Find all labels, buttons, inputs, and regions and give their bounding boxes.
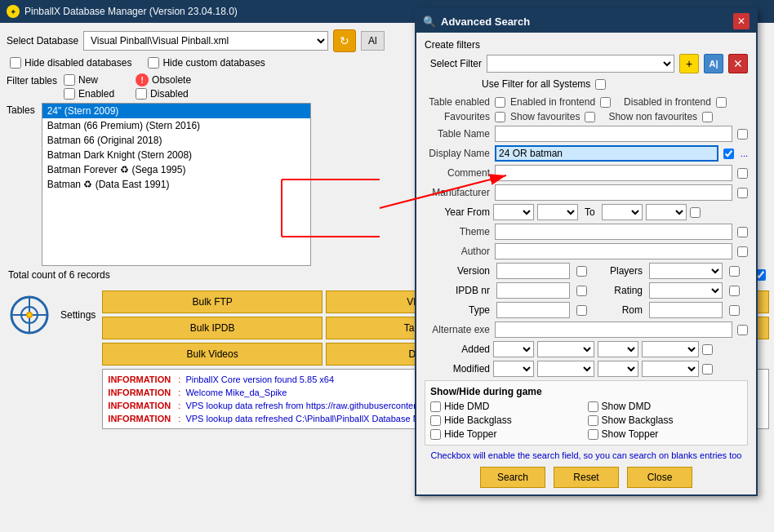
alt-exe-checkbox[interactable]: [737, 325, 748, 335]
modified-combo3[interactable]: [598, 361, 638, 377]
added-combo2[interactable]: [537, 341, 594, 357]
type-checkbox[interactable]: [576, 305, 587, 316]
info-text-4: VPS lookup data refreshed C:\Pinball\Pin…: [185, 412, 452, 425]
players-checkbox[interactable]: [729, 266, 740, 277]
year-row: Year From To: [425, 204, 748, 220]
select-filter-combo[interactable]: [487, 55, 674, 73]
filter-obsolete-label: Obsolete: [152, 74, 191, 86]
table-item[interactable]: Batman Forever ♻ (Sega 1995): [42, 162, 310, 177]
ipdb-input[interactable]: [496, 282, 570, 299]
db-select[interactable]: Visual Pinball\Visual Pinball.xml: [83, 31, 328, 51]
alt-exe-input[interactable]: [495, 321, 732, 338]
bulk-ipdb-button[interactable]: Bulk IPDB: [102, 317, 322, 339]
show-favourites-checkbox[interactable]: [585, 112, 595, 122]
type-input[interactable]: [496, 302, 570, 318]
modified-combo2[interactable]: [537, 361, 594, 377]
hint-text: Checkbox will enable the search field, s…: [425, 450, 748, 460]
modified-combo1[interactable]: [493, 361, 534, 377]
year-to-label: To: [581, 206, 598, 218]
show-topper-item: Show Topper: [588, 428, 743, 440]
favourites-checkbox[interactable]: [495, 112, 505, 122]
bulk-ftp-button[interactable]: Bulk FTP: [102, 290, 322, 313]
enabled-frontend-checkbox[interactable]: [600, 97, 611, 108]
rating-label: Rating: [602, 285, 643, 296]
info-type-3: INFORMATION: [108, 399, 173, 412]
show-dmd-checkbox[interactable]: [588, 401, 598, 412]
bulk-videos-button[interactable]: Bulk Videos: [102, 343, 322, 366]
use-filter-checkbox[interactable]: [595, 79, 606, 90]
modified-label: Modified: [425, 363, 490, 375]
refresh-button[interactable]: ↻: [333, 29, 356, 52]
added-combo1[interactable]: [493, 341, 534, 357]
year-from-combo1[interactable]: [493, 204, 534, 220]
rating-checkbox[interactable]: [729, 286, 740, 296]
filter-new-checkbox[interactable]: [64, 74, 75, 86]
search-icon: 🔍: [423, 16, 436, 28]
added-combo4[interactable]: [642, 341, 699, 357]
author-row: Author: [425, 243, 748, 259]
ipdb-checkbox[interactable]: [576, 286, 587, 296]
disabled-frontend-checkbox[interactable]: [716, 97, 727, 108]
rom-input[interactable]: [649, 302, 723, 318]
hide-disabled-checkbox[interactable]: [10, 57, 21, 69]
comment-checkbox[interactable]: [737, 168, 748, 179]
hide-backglass-checkbox[interactable]: [430, 415, 441, 426]
theme-input[interactable]: [495, 224, 732, 240]
author-input[interactable]: [495, 243, 732, 259]
year-from-combo2[interactable]: [537, 204, 578, 220]
version-checkbox[interactable]: [576, 266, 587, 277]
table-item[interactable]: Batman (66 Premium) (Stern 2016): [42, 118, 310, 133]
manufacturer-input[interactable]: [495, 184, 732, 201]
rom-label: Rom: [602, 304, 643, 316]
filter-disabled-checkbox[interactable]: [136, 88, 147, 100]
players-combo[interactable]: [649, 263, 723, 279]
table-name-checkbox[interactable]: [737, 129, 748, 140]
table-item[interactable]: Batman ♻ (Data East 1991): [42, 177, 310, 192]
info-type-4: INFORMATION: [108, 412, 173, 425]
table-item[interactable]: Batman 66 (Original 2018): [42, 133, 310, 148]
comment-input[interactable]: [495, 165, 732, 181]
display-name-input[interactable]: [495, 145, 718, 162]
show-non-fav-checkbox[interactable]: [702, 112, 713, 122]
tables-list[interactable]: 24" (Stern 2009) Batman (66 Premium) (St…: [42, 103, 311, 266]
hide-topper-checkbox[interactable]: [430, 429, 441, 440]
add-filter-button[interactable]: +: [679, 54, 699, 73]
manufacturer-label: Manufacturer: [425, 187, 490, 198]
delete-filter-button[interactable]: ✕: [728, 54, 748, 73]
modified-checkbox[interactable]: [702, 364, 713, 375]
table-enabled-checkbox[interactable]: [495, 97, 505, 108]
favourites-label: Favourites: [425, 111, 490, 122]
rom-checkbox[interactable]: [729, 305, 740, 316]
theme-checkbox[interactable]: [737, 227, 748, 237]
added-checkbox[interactable]: [702, 344, 713, 355]
table-name-input[interactable]: [495, 126, 732, 142]
select-filter-row: Select Filter + A| ✕: [425, 54, 748, 73]
display-name-checkbox[interactable]: [723, 149, 734, 159]
modified-combo4[interactable]: [642, 361, 699, 377]
ipdb-label: IPDB nr: [425, 285, 490, 296]
edit-filter-button[interactable]: A|: [704, 54, 723, 73]
year-to-combo2[interactable]: [646, 204, 687, 220]
year-checkbox[interactable]: [690, 207, 701, 218]
added-combo3[interactable]: [598, 341, 638, 357]
search-button[interactable]: Search: [480, 467, 545, 488]
players-label: Players: [602, 265, 643, 277]
comment-label: Comment: [425, 167, 490, 179]
version-input[interactable]: [496, 263, 570, 279]
author-checkbox[interactable]: [737, 246, 748, 257]
rating-combo[interactable]: [649, 282, 723, 299]
show-topper-checkbox[interactable]: [588, 429, 598, 440]
hide-dmd-checkbox[interactable]: [430, 401, 441, 412]
adv-close-button[interactable]: Close: [627, 467, 692, 488]
year-to-combo1[interactable]: [602, 204, 643, 220]
table-item[interactable]: 24" (Stern 2009): [42, 104, 310, 118]
table-item[interactable]: Batman Dark Knight (Stern 2008): [42, 148, 310, 162]
hide-custom-checkbox[interactable]: [148, 57, 159, 69]
filter-enabled-checkbox[interactable]: [64, 88, 75, 100]
reset-button[interactable]: Reset: [554, 467, 619, 488]
close-button[interactable]: ✕: [733, 13, 750, 29]
manufacturer-checkbox[interactable]: [737, 188, 748, 198]
show-backglass-checkbox[interactable]: [588, 415, 598, 426]
table-enabled-label: Table enabled: [425, 96, 490, 108]
al-button[interactable]: Al: [361, 31, 385, 51]
